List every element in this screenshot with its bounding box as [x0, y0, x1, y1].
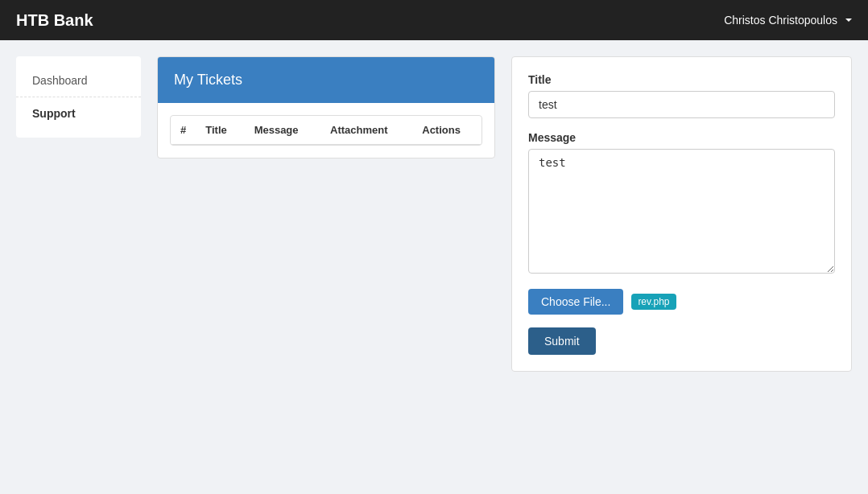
ticket-card-body: # Title Message Attachment Actions: [158, 103, 494, 158]
message-label: Message: [528, 131, 835, 144]
user-menu[interactable]: Christos Christopoulos: [724, 14, 852, 27]
col-number: #: [171, 116, 196, 145]
title-group: Title: [528, 73, 835, 118]
navbar: HTB Bank Christos Christopoulos: [0, 0, 868, 40]
sidebar-item-support[interactable]: Support: [16, 97, 141, 130]
message-textarea[interactable]: [528, 149, 835, 274]
file-upload-row: Choose File... rev.php: [528, 289, 835, 315]
table-header-row: # Title Message Attachment Actions: [171, 116, 482, 145]
col-title: Title: [196, 116, 244, 145]
title-label: Title: [528, 73, 835, 86]
col-attachment: Attachment: [320, 116, 412, 145]
col-actions: Actions: [412, 116, 482, 145]
tickets-table: # Title Message Attachment Actions: [171, 116, 482, 145]
sidebar: Dashboard Support: [16, 56, 141, 138]
navbar-brand: HTB Bank: [16, 11, 93, 30]
tickets-panel: My Tickets # Title Message Attachment Ac…: [157, 56, 495, 478]
form-panel: Title Message Choose File... rev.php Sub…: [511, 56, 852, 372]
choose-file-button[interactable]: Choose File...: [528, 289, 623, 315]
tickets-table-container: # Title Message Attachment Actions: [170, 115, 482, 146]
caret-icon: [845, 19, 852, 22]
ticket-card: My Tickets # Title Message Attachment Ac…: [157, 56, 495, 158]
col-message: Message: [245, 116, 320, 145]
file-name-badge: rev.php: [631, 294, 676, 310]
title-input[interactable]: [528, 91, 835, 118]
main-content: Dashboard Support My Tickets # Title Me: [0, 40, 868, 494]
ticket-card-header: My Tickets: [158, 57, 494, 103]
submit-button[interactable]: Submit: [528, 327, 596, 355]
username-label: Christos Christopoulos: [724, 14, 837, 27]
message-group: Message: [528, 131, 835, 276]
sidebar-item-dashboard[interactable]: Dashboard: [16, 64, 141, 97]
